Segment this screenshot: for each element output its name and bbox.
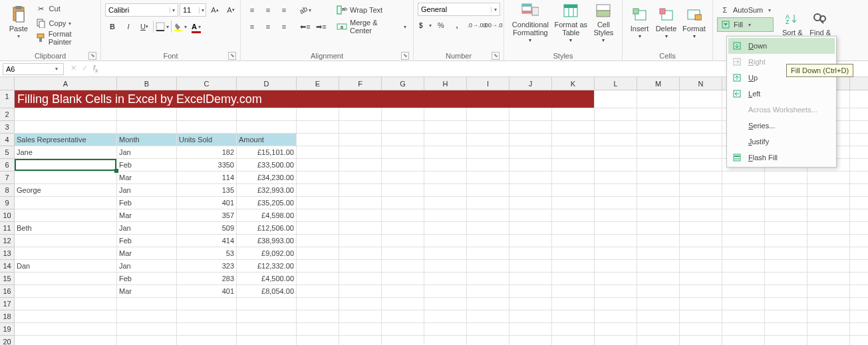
fill-left-item[interactable]: Left [728, 86, 835, 102]
cut-button[interactable]: ✂Cut [33, 1, 96, 16]
cell[interactable] [509, 172, 552, 184]
cell[interactable] [339, 172, 382, 184]
cell[interactable] [552, 172, 595, 184]
cell[interactable] [722, 209, 765, 222]
cell[interactable] [117, 323, 177, 336]
cell[interactable] [424, 159, 467, 172]
cell[interactable] [15, 108, 117, 121]
cell[interactable] [680, 172, 722, 184]
cell[interactable]: Mar [117, 209, 177, 222]
cell[interactable] [382, 285, 424, 298]
font-launcher[interactable]: ⬊ [228, 52, 236, 60]
cell[interactable] [552, 146, 595, 159]
fill-across-item[interactable]: Across Worksheets... [728, 102, 835, 118]
cell[interactable] [509, 222, 552, 235]
cell[interactable] [339, 260, 382, 273]
align-left-button[interactable]: ≡ [245, 19, 259, 34]
cell[interactable] [177, 323, 237, 336]
cell[interactable] [807, 336, 850, 345]
column-header[interactable]: J [509, 77, 552, 90]
cell[interactable] [467, 298, 509, 310]
cell[interactable] [15, 298, 117, 310]
row-header[interactable]: 19 [0, 323, 15, 336]
cell[interactable]: 3350 [177, 159, 237, 172]
row-header[interactable]: 4 [0, 134, 15, 146]
cell[interactable] [850, 159, 868, 172]
cell[interactable] [339, 273, 382, 285]
cell[interactable] [424, 260, 467, 273]
cell[interactable] [382, 298, 424, 310]
cell[interactable]: £12,332.00 [237, 260, 297, 273]
row-header[interactable]: 15 [0, 273, 15, 285]
cell[interactable] [765, 184, 807, 197]
cell[interactable] [595, 222, 637, 235]
cell[interactable] [637, 273, 680, 285]
cell[interactable] [637, 323, 680, 336]
orientation-button[interactable]: ab [298, 3, 313, 17]
cell[interactable] [552, 159, 595, 172]
cell[interactable] [637, 298, 680, 310]
cell[interactable] [297, 323, 339, 336]
cell[interactable] [509, 121, 552, 134]
cell[interactable] [595, 310, 637, 323]
row-header[interactable]: 9 [0, 197, 15, 209]
cell[interactable] [595, 134, 637, 146]
select-all-corner[interactable] [0, 77, 15, 90]
cell[interactable] [15, 121, 117, 134]
cell[interactable] [467, 336, 509, 345]
alignment-launcher[interactable]: ⬊ [401, 52, 409, 60]
cell[interactable] [552, 235, 595, 247]
cell[interactable] [297, 209, 339, 222]
cell[interactable] [680, 273, 722, 285]
cell[interactable] [850, 235, 868, 247]
cell[interactable] [722, 310, 765, 323]
cell[interactable]: £9,092.00 [237, 247, 297, 260]
cell[interactable] [765, 260, 807, 273]
cell[interactable]: £34,230.00 [237, 172, 297, 184]
cell[interactable] [680, 298, 722, 310]
cell[interactable] [237, 108, 297, 121]
cell[interactable] [339, 108, 382, 121]
cell[interactable] [339, 121, 382, 134]
cell[interactable] [807, 260, 850, 273]
cell[interactable]: Jan [117, 184, 177, 197]
cell[interactable] [680, 159, 722, 172]
cell[interactable] [509, 310, 552, 323]
cell[interactable] [297, 159, 339, 172]
font-name-combo[interactable]: ▾ [105, 3, 178, 17]
align-center-button[interactable]: ≡ [261, 19, 275, 34]
cell[interactable]: Jan [117, 222, 177, 235]
row-header[interactable]: 10 [0, 209, 15, 222]
insert-button[interactable]: Insert▾ [627, 1, 652, 45]
cell[interactable] [637, 310, 680, 323]
cell[interactable] [680, 336, 722, 345]
cell[interactable] [382, 310, 424, 323]
cell[interactable] [339, 209, 382, 222]
cell[interactable] [637, 247, 680, 260]
cell[interactable] [237, 336, 297, 345]
cell[interactable] [850, 310, 868, 323]
cell[interactable]: Beth [15, 222, 117, 235]
autosum-button[interactable]: ΣAutoSum▾ [717, 3, 774, 17]
cell[interactable] [552, 184, 595, 197]
fx-icon[interactable]: fx [93, 64, 98, 74]
cell[interactable] [680, 260, 722, 273]
format-as-table-button[interactable]: Format as Table▾ [553, 1, 589, 45]
cell[interactable] [177, 336, 237, 345]
cell[interactable] [807, 172, 850, 184]
cell[interactable] [467, 159, 509, 172]
cell[interactable]: 114 [177, 172, 237, 184]
cell[interactable] [509, 323, 552, 336]
cell[interactable] [339, 134, 382, 146]
cell[interactable] [850, 336, 868, 345]
cell[interactable] [722, 222, 765, 235]
banner-cell[interactable]: Filling Blank Cells in Excel by ExcelDem… [15, 90, 595, 108]
cell[interactable] [722, 285, 765, 298]
column-header[interactable]: C [177, 77, 237, 90]
column-header[interactable]: G [382, 77, 424, 90]
cell[interactable] [722, 298, 765, 310]
cell[interactable] [637, 235, 680, 247]
cell[interactable] [15, 336, 117, 345]
cell[interactable] [850, 90, 868, 108]
column-header[interactable]: D [237, 77, 297, 90]
